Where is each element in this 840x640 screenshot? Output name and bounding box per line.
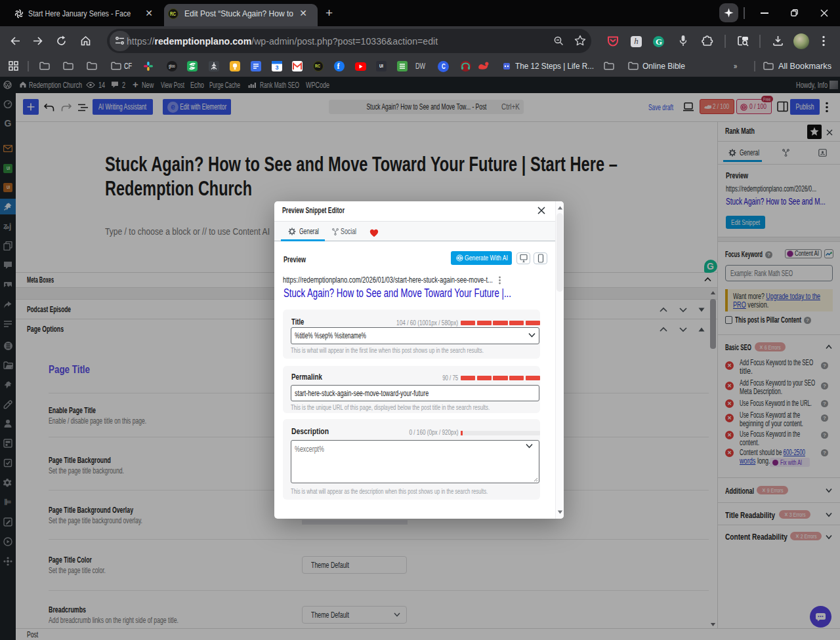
- svg-text:3: 3: [275, 64, 278, 71]
